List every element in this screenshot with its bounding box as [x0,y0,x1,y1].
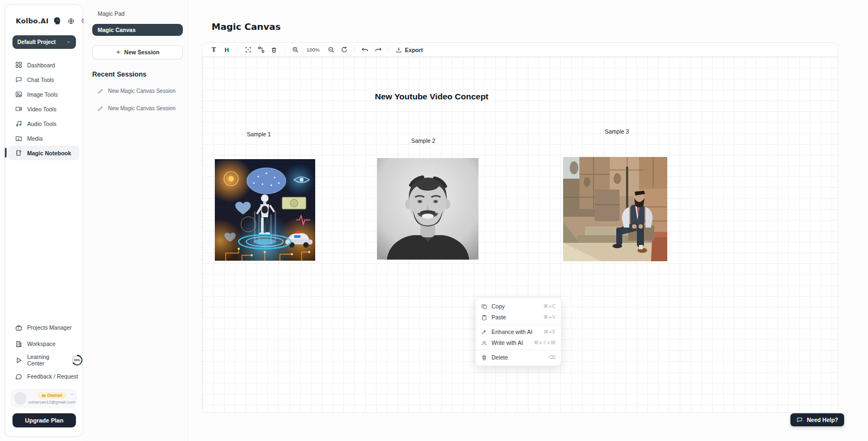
download-icon [395,47,402,53]
context-menu-divider [476,350,561,350]
context-menu-item-enhance-with-ai[interactable]: Enhance with AI ⌘+E [476,326,561,337]
zoom-in-icon [292,46,299,53]
context-menu-item-paste[interactable]: Paste ⌘+V [476,312,561,323]
audio-icon [15,120,22,127]
sidebar-item-projects-manager[interactable]: Projects Manager [5,319,82,336]
sidebar-item-label: Workspace [27,341,55,347]
text-tool-button[interactable]: T [208,45,220,55]
sample-2-label[interactable]: Sample 2 [411,137,435,144]
delete-tool-button[interactable] [268,45,280,55]
sidebar-item-learning-center[interactable]: Learning Center 66% [5,352,82,368]
context-menu-shortcut: ⌘+⇧+W [533,340,556,345]
media-folder-icon [15,135,22,142]
zoom-in-button[interactable] [289,45,301,55]
trash-icon [481,355,487,361]
context-menu-item-delete[interactable]: Delete ⌫ [476,352,561,363]
select-scan-icon [245,46,252,53]
export-label: Export [405,47,423,53]
sidebar-item-label: Feedback / Request [27,373,78,380]
context-menu: Copy ⌘+C Paste ⌘+V Enhance with AI ⌘+E W… [475,298,561,366]
heading-tool-button[interactable]: H [221,45,233,55]
context-menu-divider [476,324,561,325]
reset-view-button[interactable] [338,45,350,55]
new-session-button[interactable]: New Session [92,45,183,59]
plus-icon [116,49,121,55]
export-button[interactable]: Export [395,47,423,53]
toolbar-divider [237,46,238,54]
toolbar-divider [284,46,285,54]
tab-magic-pad[interactable]: Magic Pad [92,8,183,20]
need-help-button[interactable]: Need Help? [790,413,844,426]
selected-indicator [5,148,7,158]
sidebar-bottom: Projects Manager Workspace Learning Cent… [5,319,82,436]
context-menu-shortcut: ⌘+V [543,314,556,320]
sample-1-image[interactable] [215,159,315,261]
learning-progress-ring: 66% [72,355,82,366]
sidebar-item-label: Video Tools [27,106,56,112]
building-icon [15,341,22,348]
main-sidebar: Kolbo.AI Default Project Dashboard Chat … [4,4,83,437]
sidebar-item-media[interactable]: Media [8,131,79,146]
session-list-item[interactable]: New Magic Canvas Session [92,103,183,113]
undo-button[interactable] [359,45,371,55]
session-list-item[interactable]: New Magic Canvas Session [92,86,183,96]
sidebar-item-label: Chat Tools [27,77,54,83]
enhance-ai-icon [481,329,487,335]
page-title: Magic Canvas [212,22,280,32]
sample-2-image[interactable] [377,158,478,260]
chat-bubble-icon [796,417,803,423]
chevron-icon: ⌃ [70,393,74,398]
sidebar-item-magic-notebook[interactable]: Magic Notebook [8,146,79,160]
session-item-label: New Magic Canvas Session [108,88,176,94]
sidebar-item-label: Learning Center [27,354,66,367]
upgrade-plan-button[interactable]: Upgrade Plan [12,413,76,427]
context-menu-label: Paste [492,314,506,320]
canvas-grid[interactable]: New Youtube Video Concept Sample 1 Sampl… [202,57,838,413]
play-icon [15,357,22,364]
context-menu-label: Enhance with AI [492,329,532,335]
recent-sessions-heading: Recent Sessions [92,71,183,78]
write-ai-icon [481,340,487,346]
select-scan-button[interactable] [242,45,254,55]
globe-icon[interactable] [68,18,74,24]
sidebar-item-workspace[interactable]: Workspace [5,336,82,352]
role-badge-label: Owner [47,393,62,398]
new-session-label: New Session [124,49,159,55]
toolbar-divider [388,46,389,54]
rotate-icon [341,46,348,53]
sidebar-item-chat-tools[interactable]: Chat Tools [8,72,79,87]
chat-icon [15,76,22,83]
sample-3-label[interactable]: Sample 3 [605,128,629,135]
sidebar-item-label: Projects Manager [27,324,72,331]
zoom-out-button[interactable] [325,45,337,55]
user-account-box[interactable]: Owner zoharvan12@gmail.com ⌃ [10,389,77,408]
project-selector[interactable]: Default Project [12,35,76,49]
context-menu-item-write-with-ai[interactable]: Write with AI ⌘+⇧+W [476,337,561,348]
sidebar-item-audio-tools[interactable]: Audio Tools [8,116,79,131]
connector-icon [258,46,265,53]
sidebar-item-dashboard[interactable]: Dashboard [8,58,79,72]
learning-progress-value: 66% [73,356,81,364]
sidebar-item-video-tools[interactable]: Video Tools [8,102,79,116]
sample-1-label[interactable]: Sample 1 [247,131,271,137]
notebook-icon [15,149,22,156]
tab-magic-canvas[interactable]: Magic Canvas [92,24,183,36]
chevron-down-icon [66,40,71,45]
sidebar-item-label: Media [27,135,43,142]
sidebar-item-image-tools[interactable]: Image Tools [8,87,79,102]
sample-3-image[interactable] [563,157,667,261]
need-help-label: Need Help? [807,417,838,423]
trash-icon [271,47,277,53]
canvas-text-heading[interactable]: New Youtube Video Concept [375,92,488,102]
undo-icon [361,46,369,54]
connector-button[interactable] [255,45,267,55]
context-menu-item-copy[interactable]: Copy ⌘+C [476,301,561,312]
sidebar-nav: Dashboard Chat Tools Image Tools Video T… [5,58,82,160]
redo-button[interactable] [372,45,384,55]
avatar [14,392,27,405]
sidebar-item-feedback[interactable]: Feedback / Request [5,368,82,385]
context-menu-label: Write with AI [492,339,523,346]
project-selector-label: Default Project [17,39,56,45]
context-menu-label: Delete [492,354,508,361]
feedback-icon [15,373,22,380]
